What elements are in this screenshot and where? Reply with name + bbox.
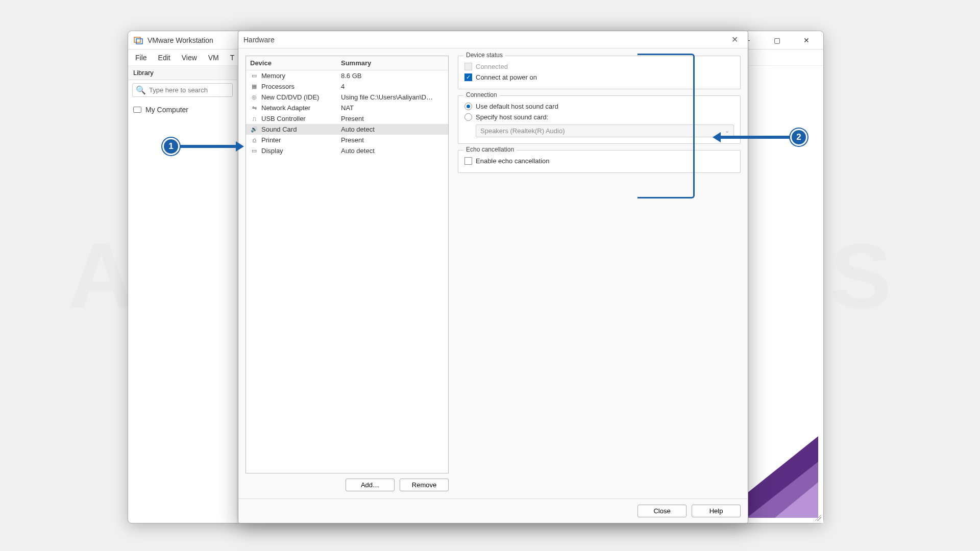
dialog-titlebar: Hardware ✕: [238, 31, 748, 48]
device-name: New CD/DVD (IDE): [261, 93, 319, 101]
close-button[interactable]: ✕: [792, 31, 821, 49]
device-list-header: Device Summary: [246, 56, 448, 70]
help-button[interactable]: Help: [692, 505, 741, 517]
device-row[interactable]: ▭DisplayAuto detect: [246, 145, 448, 156]
device-summary: NAT: [337, 103, 448, 113]
label-specify: Specify host sound card:: [476, 113, 548, 121]
group-device-status: Device status Connected Connect at power…: [458, 56, 741, 89]
search-input[interactable]: [149, 86, 229, 94]
tree-item-label: My Computer: [145, 106, 188, 114]
sound-icon: 🔊: [250, 126, 258, 133]
device-summary: 4: [337, 81, 448, 92]
device-row[interactable]: ▦Processors4: [246, 81, 448, 92]
device-row[interactable]: ◎New CD/DVD (IDE)Using file C:\Users\Aal…: [246, 92, 448, 103]
device-summary: Auto detect: [337, 124, 448, 135]
app-icon: [133, 35, 143, 45]
display-icon: ▭: [250, 147, 258, 155]
sound-device-value: Speakers (Realtek(R) Audio): [480, 127, 565, 135]
legend-device-status: Device status: [463, 52, 505, 59]
usb-icon: ⎍: [250, 115, 258, 122]
callout-1: 1: [162, 138, 244, 155]
checkbox-echo[interactable]: [464, 157, 472, 165]
device-summary: Present: [337, 113, 448, 124]
device-row[interactable]: ▭Memory8.6 GB: [246, 70, 448, 81]
maximize-button[interactable]: ▢: [762, 31, 792, 49]
device-row[interactable]: ⇋Network AdapterNAT: [246, 103, 448, 113]
sound-device-select: Speakers (Realtek(R) Audio) ⌄: [476, 124, 734, 137]
device-summary: 8.6 GB: [337, 70, 448, 81]
remove-device-button[interactable]: Remove: [400, 479, 449, 491]
callout-1-bubble: 1: [162, 138, 180, 155]
device-name: USB Controller: [261, 115, 306, 122]
computer-icon: [133, 107, 141, 113]
dialog-footer: Close Help: [238, 498, 748, 523]
close-dialog-button[interactable]: Close: [638, 505, 687, 517]
device-row[interactable]: ⎙PrinterPresent: [246, 135, 448, 145]
device-summary: Present: [337, 135, 448, 145]
device-row[interactable]: ⎍USB ControllerPresent: [246, 113, 448, 124]
annotation-bracket: [638, 54, 695, 198]
col-device: Device: [246, 56, 337, 70]
resize-grip-icon[interactable]: [813, 513, 821, 521]
menu-more[interactable]: T: [228, 53, 237, 63]
printer-icon: ⎙: [250, 137, 258, 144]
device-name: Memory: [261, 72, 285, 80]
callout-2-bubble: 2: [790, 129, 807, 146]
network-icon: ⇋: [250, 105, 258, 112]
label-echo: Enable echo cancellation: [476, 157, 550, 165]
library-tree: My Computer: [128, 100, 237, 119]
menu-view[interactable]: View: [180, 53, 199, 63]
menu-edit[interactable]: Edit: [156, 53, 173, 63]
legend-echo: Echo cancellation: [463, 146, 517, 153]
disc-icon: ◎: [250, 94, 258, 101]
device-name: Sound Card: [261, 126, 297, 133]
search-icon: 🔍: [136, 85, 146, 95]
device-panel: Device Summary ▭Memory8.6 GB▦Processors4…: [246, 56, 449, 491]
checkbox-connected: [464, 63, 472, 70]
callout-2: 2: [713, 129, 807, 146]
device-name: Printer: [261, 136, 281, 144]
settings-panel: Device status Connected Connect at power…: [458, 56, 741, 491]
col-summary: Summary: [337, 56, 448, 70]
checkbox-connect-poweron[interactable]: [464, 73, 472, 81]
group-connection: Connection Use default host sound card S…: [458, 95, 741, 144]
label-connected: Connected: [476, 63, 508, 70]
add-device-button[interactable]: Add…: [346, 479, 395, 491]
device-list: Device Summary ▭Memory8.6 GB▦Processors4…: [246, 56, 449, 473]
svg-rect-1: [136, 39, 142, 44]
menu-vm[interactable]: VM: [206, 53, 221, 63]
device-name: Processors: [261, 83, 295, 90]
menu-file[interactable]: File: [133, 53, 149, 63]
device-row[interactable]: 🔊Sound CardAuto detect: [246, 124, 448, 135]
tree-item-mycomputer[interactable]: My Computer: [133, 104, 232, 115]
dialog-title: Hardware: [243, 36, 726, 44]
group-echo: Echo cancellation Enable echo cancellati…: [458, 150, 741, 173]
hardware-dialog: Hardware ✕ Device Summary ▭Memory8.6 GB▦…: [238, 31, 748, 523]
dialog-close-button[interactable]: ✕: [726, 35, 743, 44]
radio-specify[interactable]: [464, 113, 472, 121]
cpu-icon: ▦: [250, 83, 258, 90]
svg-rect-0: [134, 37, 140, 42]
memory-icon: ▭: [250, 72, 258, 80]
radio-use-default[interactable]: [464, 103, 472, 110]
search-box[interactable]: 🔍: [132, 83, 233, 97]
sidebar-header: Library: [128, 66, 237, 80]
device-summary: Using file C:\Users\Aaliyan\D…: [337, 92, 448, 103]
device-name: Display: [261, 147, 283, 155]
sidebar: Library 🔍 My Computer: [128, 66, 237, 523]
device-summary: Auto detect: [337, 145, 448, 156]
device-name: Network Adapter: [261, 104, 310, 112]
label-connect-poweron: Connect at power on: [476, 73, 537, 81]
label-use-default: Use default host sound card: [476, 103, 558, 110]
legend-connection: Connection: [463, 91, 500, 98]
